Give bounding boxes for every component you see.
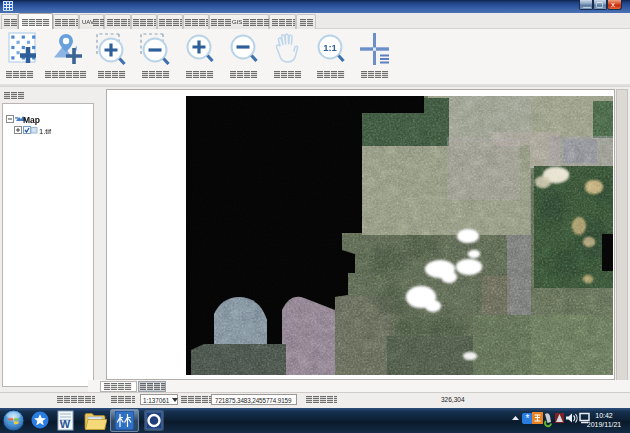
svg-text:Map: Map [23,115,40,125]
svg-text:1:1: 1:1 [323,42,337,53]
svg-text:*: * [526,413,530,424]
svg-text:1.tif: 1.tif [39,127,52,136]
svg-text:W: W [60,418,71,430]
